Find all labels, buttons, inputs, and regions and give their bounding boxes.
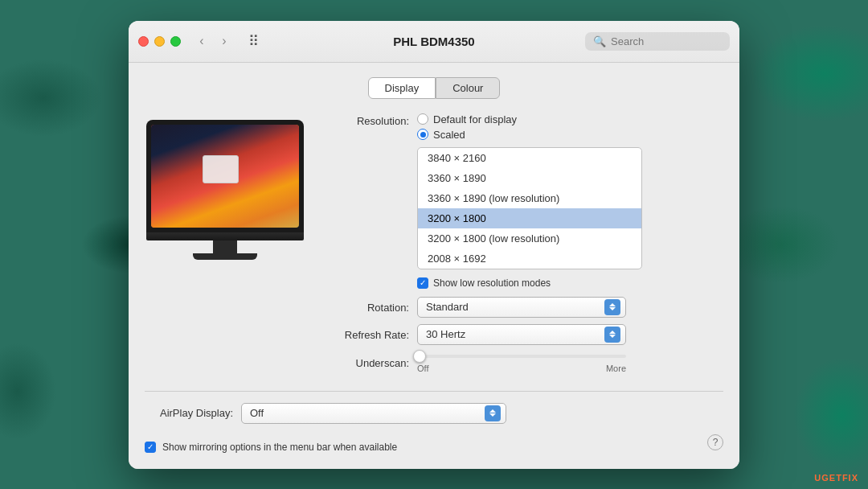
- rotation-label: Rotation:: [325, 300, 409, 314]
- underscan-label: Underscan:: [325, 355, 409, 369]
- monitor-stand-base: [193, 253, 257, 260]
- refresh-rate-row: Refresh Rate: 30 Hertz: [325, 324, 723, 345]
- mirroring-checkbox[interactable]: [145, 442, 156, 453]
- resolution-row: Resolution: Default for display Scaled 3…: [325, 113, 723, 289]
- underscan-max-label: More: [606, 364, 626, 373]
- airplay-value: Off: [250, 407, 264, 419]
- screen-dialog: [203, 155, 239, 183]
- mirroring-row: Show mirroring options in the menu bar w…: [145, 442, 397, 453]
- airplay-row: AirPlay Display: Off: [145, 403, 723, 424]
- refresh-rate-arrows: [604, 327, 620, 343]
- resolution-item[interactable]: 3360 × 1890 (low resolution): [418, 188, 641, 208]
- show-low-res-label: Show low resolution modes: [433, 277, 551, 289]
- window-title: PHL BDM4350: [393, 35, 474, 48]
- resolution-scaled-option[interactable]: Scaled: [417, 129, 642, 141]
- screen-wallpaper: [151, 125, 299, 228]
- arrow-up-icon: [609, 331, 616, 334]
- tab-bar: Display Colour: [145, 77, 723, 99]
- traffic-lights: [138, 36, 181, 47]
- back-button[interactable]: ‹: [192, 31, 211, 51]
- main-layout: Resolution: Default for display Scaled 3…: [145, 113, 723, 380]
- arrow-up-icon: [609, 303, 616, 306]
- underscan-min-label: Off: [417, 364, 428, 373]
- settings-panel: Resolution: Default for display Scaled 3…: [325, 113, 723, 380]
- divider: [145, 391, 723, 392]
- minimize-button[interactable]: [154, 36, 165, 47]
- arrow-down-icon: [609, 307, 616, 310]
- search-icon: 🔍: [593, 35, 606, 47]
- close-button[interactable]: [138, 36, 149, 47]
- content-area: Display Colour: [129, 63, 739, 469]
- arrow-down-icon: [609, 335, 616, 338]
- watermark: UGETFIX: [814, 473, 858, 483]
- underscan-row: Underscan: Off More: [325, 351, 723, 373]
- rotation-arrows: [604, 299, 620, 315]
- search-box[interactable]: 🔍: [585, 32, 730, 51]
- bottom-row: Show mirroring options in the menu bar w…: [145, 424, 723, 456]
- resolution-item[interactable]: 3200 × 1800 (low resolution): [418, 228, 641, 249]
- titlebar: ‹ › ⠿ PHL BDM4350 🔍: [129, 21, 739, 63]
- resolution-item[interactable]: 2008 × 1692: [418, 249, 641, 269]
- watermark-get: GET: [821, 473, 842, 483]
- rotation-row: Rotation: Standard: [325, 297, 723, 318]
- forward-button[interactable]: ›: [215, 31, 234, 51]
- resolution-list: 3840 × 2160 3360 × 1890 3360 × 1890 (low…: [417, 147, 642, 269]
- maximize-button[interactable]: [170, 36, 181, 47]
- mirroring-label: Show mirroring options in the menu bar w…: [162, 442, 397, 453]
- help-button[interactable]: ?: [707, 434, 723, 450]
- airplay-arrows: [485, 405, 501, 421]
- resolution-scaled-label: Scaled: [433, 129, 465, 141]
- monitor-stand-neck: [213, 240, 237, 253]
- monitor-frame: [146, 120, 304, 232]
- airplay-label: AirPlay Display:: [145, 407, 233, 419]
- resolution-item[interactable]: 3360 × 1890: [418, 168, 641, 188]
- resolution-item[interactable]: 3840 × 2160: [418, 148, 641, 168]
- underscan-slider-container: [417, 351, 626, 361]
- airplay-select[interactable]: Off: [241, 403, 506, 424]
- preferences-window: ‹ › ⠿ PHL BDM4350 🔍 Display Colour: [129, 21, 739, 469]
- tab-display[interactable]: Display: [368, 77, 436, 99]
- resolution-item-selected[interactable]: 3200 × 1800: [418, 208, 641, 228]
- monitor-screen: [151, 125, 299, 228]
- resolution-scaled-radio[interactable]: [417, 129, 428, 140]
- resolution-options: Default for display Scaled 3840 × 2160 3…: [417, 113, 642, 289]
- refresh-rate-label: Refresh Rate:: [325, 327, 409, 341]
- tab-colour[interactable]: Colour: [436, 77, 500, 99]
- resolution-default-label: Default for display: [433, 113, 517, 125]
- resolution-default-option[interactable]: Default for display: [417, 113, 642, 125]
- resolution-default-radio[interactable]: [417, 113, 428, 125]
- watermark-u: U: [814, 473, 821, 483]
- underscan-controls: Off More: [417, 351, 626, 373]
- arrow-down-icon: [489, 413, 496, 417]
- rotation-select[interactable]: Standard: [417, 297, 626, 318]
- underscan-track: [417, 355, 626, 358]
- refresh-rate-value: 30 Hertz: [426, 328, 465, 340]
- resolution-label: Resolution:: [325, 113, 409, 127]
- arrow-up-icon: [489, 409, 496, 413]
- show-low-res-row: Show low resolution modes: [417, 277, 642, 289]
- grid-icon[interactable]: ⠿: [242, 30, 264, 52]
- rotation-value: Standard: [426, 301, 469, 313]
- underscan-thumb[interactable]: [413, 350, 426, 363]
- show-low-res-checkbox[interactable]: [417, 277, 428, 289]
- monitor-preview: [145, 120, 305, 260]
- slider-labels: Off More: [417, 364, 626, 373]
- nav-buttons: ‹ ›: [192, 31, 234, 51]
- search-input[interactable]: [611, 35, 722, 47]
- refresh-rate-select[interactable]: 30 Hertz: [417, 324, 626, 345]
- monitor-bezel: [146, 232, 304, 240]
- watermark-fix: FIX: [842, 473, 858, 483]
